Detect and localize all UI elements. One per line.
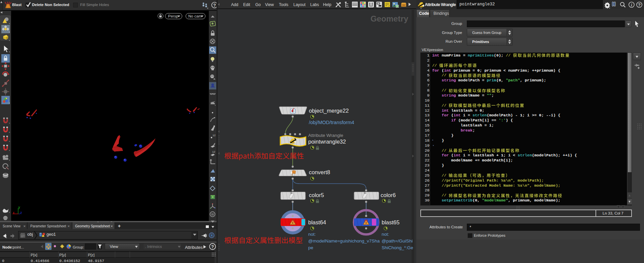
svg-text:12: 12: [213, 134, 216, 137]
svg-text:?: ?: [638, 2, 641, 7]
svg-text:z: z: [20, 211, 22, 215]
svg-text:y: y: [19, 205, 20, 209]
svg-text:?: ?: [213, 3, 216, 8]
svg-text:?: ?: [211, 244, 214, 249]
svg-text:x: x: [13, 211, 14, 215]
svg-text:i: i: [631, 3, 632, 7]
svg-text:12: 12: [212, 150, 215, 153]
